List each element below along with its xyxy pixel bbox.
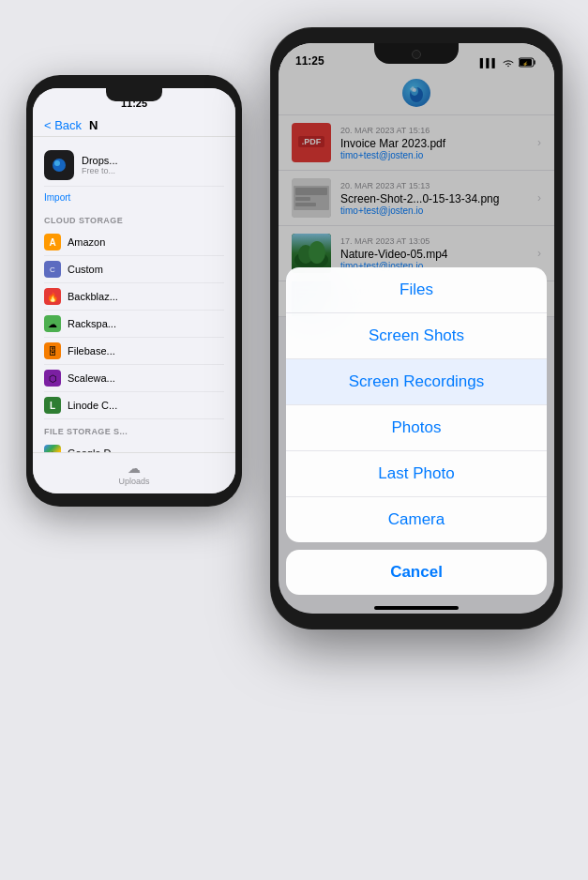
custom-icon: C [44,261,61,278]
list-item[interactable]: C Custom [44,256,224,283]
action-screenshots-button[interactable]: Screen Shots [286,313,547,359]
back-app-name: Drops... [82,155,224,166]
action-sheet-group: Files Screen Shots Screen Recordings Pho… [286,267,547,542]
back-nav: < Back N [33,114,235,137]
svg-point-1 [54,160,60,166]
front-phone: 11:25 ▌▌▌ ⚡ [271,28,562,629]
list-item[interactable]: ☁ Rackspa... [44,311,224,338]
back-bottom-tab-label: Uploads [118,477,149,486]
back-nav-title: N [89,118,98,132]
action-sheet-cancel-group: Cancel [286,550,547,595]
back-app-row: Drops... Free to... [44,144,224,187]
backblaze-label: Backblaz... [68,291,118,302]
back-app-sub: Free to... [82,166,224,175]
rackspace-label: Rackspa... [68,318,116,329]
action-sheet: Files Screen Shots Screen Recordings Pho… [279,267,554,614]
linode-label: Linode C... [68,400,117,411]
list-item[interactable]: L Linode C... [44,392,224,419]
back-content: Drops... Free to... Import CLOUD STORAGE… [33,137,235,493]
scaleway-icon: ⬡ [44,370,61,387]
back-app-icon [44,150,74,180]
back-phone-screen: 11:25 < Back N Drops... Free to... Impor… [33,88,235,493]
filebase-label: Filebase... [68,345,115,357]
action-photos-button[interactable]: Photos [286,405,547,451]
list-item[interactable]: A Amazon [44,229,224,256]
back-bottom-bar: ☁ Uploads [33,452,235,493]
linode-icon: L [44,397,61,414]
home-indicator [374,606,459,610]
back-import-button[interactable]: Import [44,187,224,208]
back-notch [106,88,162,101]
action-camera-button[interactable]: Camera [286,497,547,542]
action-lastphoto-button[interactable]: Last Photo [286,451,547,497]
back-phone: 11:25 < Back N Drops... Free to... Impor… [26,75,242,507]
list-item[interactable]: 🔥 Backblaz... [44,283,224,311]
list-item[interactable]: 🗄 Filebase... [44,338,224,365]
list-item[interactable]: ⬡ Scalewa... [44,365,224,392]
backblaze-icon: 🔥 [44,288,61,305]
back-cloud-section-header: CLOUD STORAGE [44,208,224,229]
action-cancel-button[interactable]: Cancel [286,550,547,595]
front-phone-screen: 11:25 ▌▌▌ ⚡ [279,43,554,614]
custom-label: Custom [68,264,103,275]
action-files-button[interactable]: Files [286,267,547,313]
scaleway-label: Scalewa... [68,372,115,384]
back-button[interactable]: < Back [44,118,82,132]
back-app-info: Drops... Free to... [82,155,224,175]
amazon-icon: A [44,234,61,250]
rackspace-icon: ☁ [44,315,61,332]
back-file-section-header: FILE STORAGE S... [44,419,224,440]
action-screenrecordings-button[interactable]: Screen Recordings [286,359,547,405]
amazon-label: Amazon [68,236,105,248]
filebase-icon: 🗄 [44,342,61,359]
